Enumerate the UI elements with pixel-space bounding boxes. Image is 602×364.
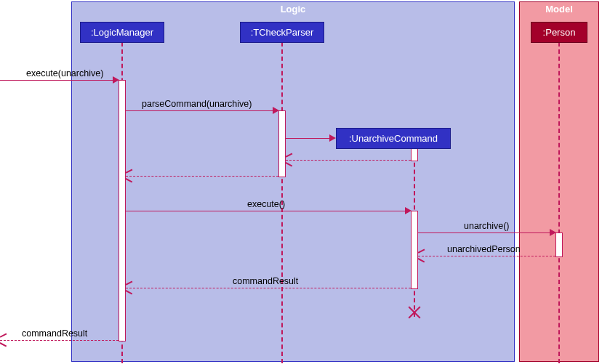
logic-frame-label: Logic bbox=[275, 2, 312, 16]
tcheck-parser-label: :TCheckParser bbox=[251, 27, 314, 38]
msg-command-result-1: commandResult bbox=[233, 276, 298, 286]
msg-parse-command: parseCommand(unarchive) bbox=[142, 99, 252, 109]
person-activation bbox=[555, 232, 563, 257]
tcheck-parser-activation bbox=[278, 110, 286, 177]
person-participant: :Person bbox=[531, 22, 587, 43]
model-frame-label: Model bbox=[539, 2, 579, 16]
msg-execute: execute() bbox=[247, 199, 285, 209]
unarchive-command-participant: :UnarchiveCommand bbox=[336, 128, 451, 149]
logic-manager-participant: :LogicManager bbox=[80, 22, 164, 43]
msg-unarchive: unarchive() bbox=[464, 221, 510, 231]
person-lifeline bbox=[558, 42, 560, 363]
unarchive-command-activation-2 bbox=[411, 211, 418, 289]
msg-unarchived-person: unarchivedPerson bbox=[447, 244, 521, 254]
person-label: :Person bbox=[543, 27, 576, 38]
unarchive-command-label: :UnarchiveCommand bbox=[349, 133, 438, 144]
unarchive-command-activation-1 bbox=[411, 148, 418, 161]
msg-command-result-2: commandResult bbox=[22, 328, 87, 339]
msg-execute-unarchive: execute(unarchive) bbox=[26, 68, 103, 78]
logic-manager-label: :LogicManager bbox=[91, 27, 153, 38]
tcheck-parser-participant: :TCheckParser bbox=[240, 22, 324, 43]
logic-frame: Logic bbox=[71, 1, 515, 362]
logic-manager-activation bbox=[119, 80, 126, 341]
